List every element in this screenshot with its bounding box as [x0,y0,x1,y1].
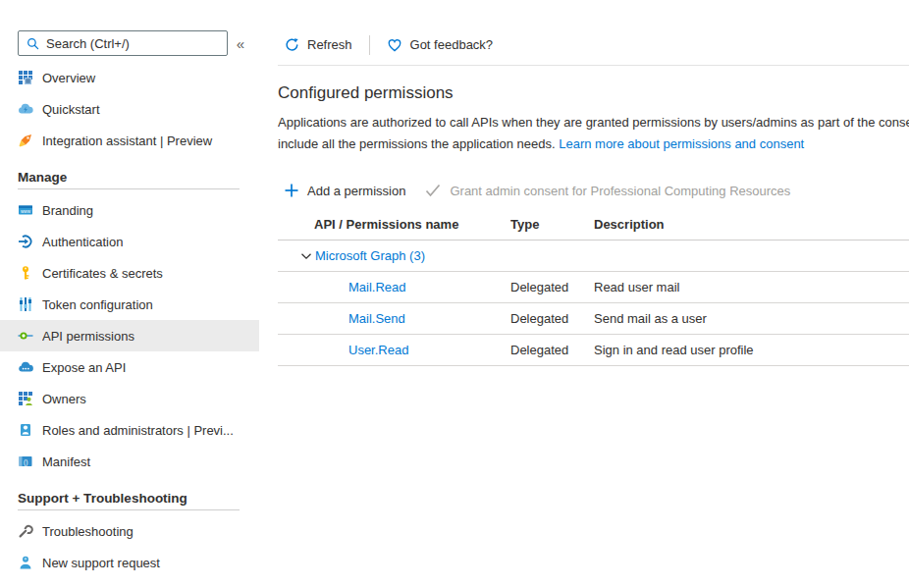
sidebar-item-manifest[interactable]: () Manifest [0,446,259,477]
sidebar-item-label: Integration assistant | Preview [42,134,220,148]
sidebar-item-label: Authentication [42,235,131,249]
add-permission-button[interactable]: Add a permission [285,184,405,198]
sidebar-item-quickstart[interactable]: Quickstart [0,93,259,125]
permission-description: Sign in and read user profile [594,343,909,357]
permission-link[interactable]: User.Read [348,343,408,357]
sidebar-nav: Overview Quickstart Integration assistan… [0,62,259,156]
learn-more-link[interactable]: Learn more about permissions and consent [559,136,804,151]
sidebar-item-branding[interactable]: www Branding [0,194,259,226]
divider [18,188,240,189]
overview-icon [18,70,33,85]
heart-icon [387,37,402,53]
new-support-request-icon [18,555,33,570]
check-icon [425,184,441,197]
branding-icon: www [18,202,33,218]
sidebar-item-roles-administrators[interactable]: Roles and administrators | Previ... [0,414,259,446]
sidebar: « Overview Quickstart Integration assist… [0,0,259,588]
api-permissions-icon [18,328,33,344]
sidebar-item-label: New support request [42,556,168,570]
sidebar-item-label: Certificates & secrets [42,266,171,281]
troubleshooting-icon [18,523,33,539]
sidebar-item-token-configuration[interactable]: Token configuration [0,289,259,320]
owners-icon [18,391,33,406]
description-line-2: include all the permissions the applicat… [278,134,909,155]
permission-type: Delegated [510,343,594,357]
permissions-description: Applications are authorized to call APIs… [278,112,909,155]
permission-description: Read user mail [594,280,909,294]
sidebar-item-label: Manifest [42,454,98,469]
sidebar-item-authentication[interactable]: Authentication [0,226,259,257]
sidebar-item-certificates-secrets[interactable]: Certificates & secrets [0,257,259,289]
sidebar-item-label: Overview [42,71,103,85]
permission-link[interactable]: Mail.Read [348,280,406,294]
table-row: Mail.Send Delegated Send mail as a user [278,303,909,335]
table-row: User.Read Delegated Sign in and read use… [278,335,909,366]
sidebar-item-new-support-request[interactable]: New support request [0,547,259,578]
search-icon [27,37,39,50]
divider [18,509,240,510]
sidebar-item-expose-an-api[interactable]: Expose an API [0,351,259,383]
sidebar-item-label: API permissions [42,329,142,344]
table-header-row: API / Permissions name Type Description [278,209,909,241]
permission-link[interactable]: Mail.Send [348,311,405,326]
permission-type: Delegated [510,280,594,294]
grant-admin-consent-label: Grant admin consent for Professional Com… [450,184,790,198]
sidebar-section-manage: Manage [0,165,259,188]
sidebar-item-integration-assistant[interactable]: Integration assistant | Preview [0,125,259,156]
got-feedback-label: Got feedback? [410,37,494,52]
sidebar-item-troubleshooting[interactable]: Troubleshooting [0,515,259,547]
quickstart-icon [18,101,33,117]
column-header-name: API / Permissions name [314,217,510,232]
refresh-icon [285,37,299,52]
sidebar-manage-list: www Branding Authentication Certificates… [0,194,259,477]
sidebar-item-api-permissions[interactable]: API permissions [0,320,259,351]
sidebar-item-label: Token configuration [42,297,161,312]
integration-assistant-icon [18,133,33,148]
sidebar-item-label: Troubleshooting [42,524,141,539]
permission-type: Delegated [510,311,594,326]
table-row: Mail.Read Delegated Read user mail [278,272,909,303]
main-content: Refresh Got feedback? Configured permiss… [278,0,909,366]
manifest-icon: () [18,454,33,469]
command-bar: Refresh Got feedback? [278,25,909,66]
sidebar-item-label: Expose an API [42,360,134,375]
sidebar-support-list: Troubleshooting New support request [0,515,259,578]
collapse-sidebar-icon[interactable]: « [228,35,253,52]
authentication-icon [18,234,33,249]
sidebar-item-label: Branding [42,203,101,218]
grant-admin-consent-button[interactable]: Grant admin consent for Professional Com… [425,184,790,198]
sidebar-item-overview[interactable]: Overview [0,62,259,93]
permissions-table: API / Permissions name Type Description … [278,209,909,366]
column-header-description: Description [594,217,909,232]
sidebar-item-label: Quickstart [42,102,108,117]
search-input[interactable] [46,36,219,51]
svg-text:www: www [21,209,31,214]
microsoft-graph-group[interactable]: Microsoft Graph (3) [300,248,510,263]
sidebar-item-owners[interactable]: Owners [0,383,259,414]
sidebar-section-support: Support + Troubleshooting [0,486,259,509]
sidebar-item-label: Owners [42,392,94,406]
refresh-button[interactable]: Refresh [285,37,352,52]
expose-api-icon [18,359,33,375]
certificates-secrets-icon [18,265,33,281]
description-line-1: Applications are authorized to call APIs… [278,112,909,134]
svg-text:(): () [24,458,27,466]
column-header-type: Type [510,217,594,232]
sidebar-item-label: Roles and administrators | Previ... [42,423,241,438]
toolbar-separator [369,35,370,55]
table-group-row: Microsoft Graph (3) [278,241,909,272]
permission-description: Send mail as a user [594,311,909,326]
permission-actions: Add a permission Grant admin consent for… [278,176,909,205]
refresh-label: Refresh [307,37,352,52]
token-configuration-icon [18,296,33,312]
roles-administrators-icon [18,422,33,438]
plus-icon [285,184,298,197]
sidebar-search-row: « [0,30,259,56]
page-title: Configured permissions [278,83,909,103]
got-feedback-button[interactable]: Got feedback? [387,37,494,53]
chevron-down-icon [300,250,312,262]
search-box[interactable] [18,30,228,56]
group-label-link[interactable]: Microsoft Graph (3) [315,248,425,263]
add-permission-label: Add a permission [307,184,405,198]
